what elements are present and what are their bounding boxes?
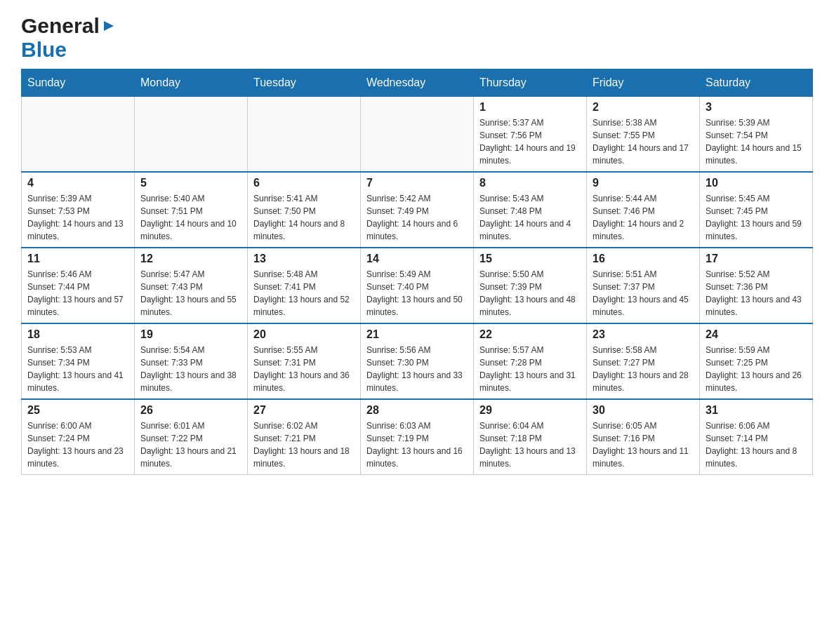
- day-info: Sunrise: 5:50 AM Sunset: 7:39 PM Dayligh…: [479, 268, 581, 318]
- calendar-cell: 19Sunrise: 5:54 AM Sunset: 7:33 PM Dayli…: [135, 323, 248, 399]
- day-number: 6: [253, 177, 355, 189]
- svg-marker-0: [104, 21, 114, 31]
- logo-general-text: General: [21, 14, 100, 38]
- day-number: 12: [140, 253, 241, 265]
- calendar-cell: 11Sunrise: 5:46 AM Sunset: 7:44 PM Dayli…: [22, 248, 135, 323]
- day-info: Sunrise: 5:47 AM Sunset: 7:43 PM Dayligh…: [140, 268, 241, 318]
- day-number: 27: [253, 404, 355, 417]
- day-info: Sunrise: 5:42 AM Sunset: 7:49 PM Dayligh…: [366, 192, 468, 243]
- calendar-cell: 31Sunrise: 6:06 AM Sunset: 7:14 PM Dayli…: [700, 399, 813, 475]
- calendar-header-tuesday: Tuesday: [248, 69, 361, 97]
- day-info: Sunrise: 6:05 AM Sunset: 7:16 PM Dayligh…: [593, 420, 694, 470]
- calendar-cell: 15Sunrise: 5:50 AM Sunset: 7:39 PM Dayli…: [474, 248, 587, 323]
- calendar-cell: 25Sunrise: 6:00 AM Sunset: 7:24 PM Dayli…: [22, 399, 135, 475]
- day-info: Sunrise: 5:43 AM Sunset: 7:48 PM Dayligh…: [479, 192, 581, 243]
- calendar-cell: 27Sunrise: 6:02 AM Sunset: 7:21 PM Dayli…: [248, 399, 361, 475]
- day-info: Sunrise: 6:06 AM Sunset: 7:14 PM Dayligh…: [706, 420, 807, 470]
- day-number: 28: [366, 404, 468, 417]
- calendar-cell: 14Sunrise: 5:49 AM Sunset: 7:40 PM Dayli…: [361, 248, 474, 323]
- day-info: Sunrise: 5:41 AM Sunset: 7:50 PM Dayligh…: [253, 192, 355, 243]
- day-info: Sunrise: 5:51 AM Sunset: 7:37 PM Dayligh…: [593, 268, 694, 318]
- calendar-cell: 7Sunrise: 5:42 AM Sunset: 7:49 PM Daylig…: [361, 172, 474, 248]
- day-info: Sunrise: 5:40 AM Sunset: 7:51 PM Dayligh…: [140, 192, 241, 243]
- calendar-cell: 16Sunrise: 5:51 AM Sunset: 7:37 PM Dayli…: [587, 248, 700, 323]
- page-header: General Blue: [21, 14, 813, 62]
- day-number: 14: [366, 253, 468, 265]
- calendar-cell: 22Sunrise: 5:57 AM Sunset: 7:28 PM Dayli…: [474, 323, 587, 399]
- calendar-week-5: 25Sunrise: 6:00 AM Sunset: 7:24 PM Dayli…: [22, 399, 813, 475]
- calendar-cell: 21Sunrise: 5:56 AM Sunset: 7:30 PM Dayli…: [361, 323, 474, 399]
- day-number: 2: [593, 101, 694, 114]
- calendar-cell: 12Sunrise: 5:47 AM Sunset: 7:43 PM Dayli…: [135, 248, 248, 323]
- calendar-cell: 18Sunrise: 5:53 AM Sunset: 7:34 PM Dayli…: [22, 323, 135, 399]
- day-info: Sunrise: 6:00 AM Sunset: 7:24 PM Dayligh…: [27, 420, 128, 470]
- calendar-cell: 4Sunrise: 5:39 AM Sunset: 7:53 PM Daylig…: [22, 172, 135, 248]
- day-info: Sunrise: 6:02 AM Sunset: 7:21 PM Dayligh…: [253, 420, 355, 470]
- calendar-cell: 3Sunrise: 5:39 AM Sunset: 7:54 PM Daylig…: [700, 97, 813, 173]
- day-number: 29: [479, 404, 581, 417]
- calendar-cell: 5Sunrise: 5:40 AM Sunset: 7:51 PM Daylig…: [135, 172, 248, 248]
- calendar-cell: [361, 97, 474, 173]
- day-info: Sunrise: 5:45 AM Sunset: 7:45 PM Dayligh…: [706, 192, 807, 243]
- calendar-cell: 29Sunrise: 6:04 AM Sunset: 7:18 PM Dayli…: [474, 399, 587, 475]
- calendar-week-4: 18Sunrise: 5:53 AM Sunset: 7:34 PM Dayli…: [22, 323, 813, 399]
- calendar-header-saturday: Saturday: [700, 69, 813, 97]
- day-info: Sunrise: 6:01 AM Sunset: 7:22 PM Dayligh…: [140, 420, 241, 470]
- day-number: 17: [706, 253, 807, 265]
- day-number: 22: [479, 328, 581, 341]
- day-info: Sunrise: 5:46 AM Sunset: 7:44 PM Dayligh…: [27, 268, 128, 318]
- day-number: 26: [140, 404, 241, 417]
- day-number: 30: [593, 404, 694, 417]
- calendar-cell: [22, 97, 135, 173]
- calendar-header-monday: Monday: [135, 69, 248, 97]
- calendar-cell: 9Sunrise: 5:44 AM Sunset: 7:46 PM Daylig…: [587, 172, 700, 248]
- day-number: 1: [479, 101, 581, 114]
- day-number: 9: [593, 177, 694, 189]
- day-info: Sunrise: 5:58 AM Sunset: 7:27 PM Dayligh…: [593, 344, 694, 394]
- day-info: Sunrise: 5:38 AM Sunset: 7:55 PM Dayligh…: [593, 116, 694, 167]
- calendar-cell: 30Sunrise: 6:05 AM Sunset: 7:16 PM Dayli…: [587, 399, 700, 475]
- calendar-cell: 17Sunrise: 5:52 AM Sunset: 7:36 PM Dayli…: [700, 248, 813, 323]
- calendar-header-sunday: Sunday: [22, 69, 135, 97]
- day-info: Sunrise: 5:44 AM Sunset: 7:46 PM Dayligh…: [593, 192, 694, 243]
- calendar-week-1: 1Sunrise: 5:37 AM Sunset: 7:56 PM Daylig…: [22, 97, 813, 173]
- day-number: 5: [140, 177, 241, 189]
- day-number: 10: [706, 177, 807, 189]
- logo: General Blue: [21, 14, 117, 62]
- day-info: Sunrise: 5:57 AM Sunset: 7:28 PM Dayligh…: [479, 344, 581, 394]
- day-number: 7: [366, 177, 468, 189]
- day-info: Sunrise: 5:59 AM Sunset: 7:25 PM Dayligh…: [706, 344, 807, 394]
- logo-arrow-icon: [101, 18, 117, 34]
- day-number: 24: [706, 328, 807, 341]
- day-info: Sunrise: 5:37 AM Sunset: 7:56 PM Dayligh…: [479, 116, 581, 167]
- day-number: 18: [27, 328, 128, 341]
- day-info: Sunrise: 5:55 AM Sunset: 7:31 PM Dayligh…: [253, 344, 355, 394]
- calendar-cell: [135, 97, 248, 173]
- day-number: 15: [479, 253, 581, 265]
- calendar-cell: 1Sunrise: 5:37 AM Sunset: 7:56 PM Daylig…: [474, 97, 587, 173]
- calendar-cell: 8Sunrise: 5:43 AM Sunset: 7:48 PM Daylig…: [474, 172, 587, 248]
- logo-blue-text: Blue: [21, 38, 67, 61]
- calendar-week-2: 4Sunrise: 5:39 AM Sunset: 7:53 PM Daylig…: [22, 172, 813, 248]
- day-number: 11: [27, 253, 128, 265]
- day-info: Sunrise: 5:39 AM Sunset: 7:53 PM Dayligh…: [27, 192, 128, 243]
- day-number: 31: [706, 404, 807, 417]
- calendar-cell: 26Sunrise: 6:01 AM Sunset: 7:22 PM Dayli…: [135, 399, 248, 475]
- calendar-cell: [248, 97, 361, 173]
- calendar-header-row: SundayMondayTuesdayWednesdayThursdayFrid…: [22, 69, 813, 97]
- day-number: 19: [140, 328, 241, 341]
- calendar-cell: 2Sunrise: 5:38 AM Sunset: 7:55 PM Daylig…: [587, 97, 700, 173]
- day-number: 25: [27, 404, 128, 417]
- day-number: 3: [706, 101, 807, 114]
- day-info: Sunrise: 5:54 AM Sunset: 7:33 PM Dayligh…: [140, 344, 241, 394]
- calendar-week-3: 11Sunrise: 5:46 AM Sunset: 7:44 PM Dayli…: [22, 248, 813, 323]
- day-info: Sunrise: 5:48 AM Sunset: 7:41 PM Dayligh…: [253, 268, 355, 318]
- day-info: Sunrise: 5:39 AM Sunset: 7:54 PM Dayligh…: [706, 116, 807, 167]
- day-number: 20: [253, 328, 355, 341]
- calendar-cell: 23Sunrise: 5:58 AM Sunset: 7:27 PM Dayli…: [587, 323, 700, 399]
- day-info: Sunrise: 6:03 AM Sunset: 7:19 PM Dayligh…: [366, 420, 468, 470]
- calendar-header-friday: Friday: [587, 69, 700, 97]
- calendar-cell: 6Sunrise: 5:41 AM Sunset: 7:50 PM Daylig…: [248, 172, 361, 248]
- day-number: 23: [593, 328, 694, 341]
- day-info: Sunrise: 6:04 AM Sunset: 7:18 PM Dayligh…: [479, 420, 581, 470]
